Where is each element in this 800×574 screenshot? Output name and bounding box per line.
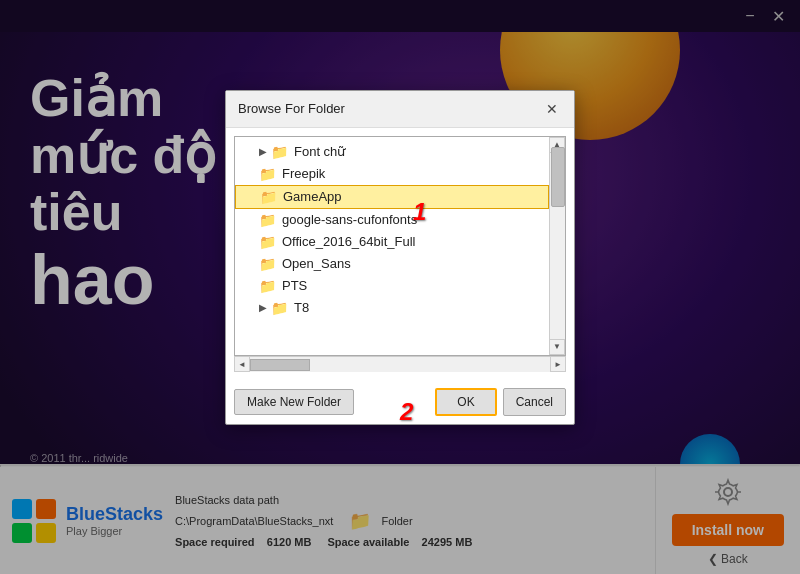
tree-item-label-office: Office_2016_64bit_Full <box>282 234 415 249</box>
tree-item-label-gameapp: GameApp <box>283 189 342 204</box>
tree-item-google-sans[interactable]: 📁 google-sans-cufonfonts <box>235 209 549 231</box>
make-new-folder-button[interactable]: Make New Folder <box>234 389 354 415</box>
tree-item-font-chu[interactable]: ▶ 📁 Font chữ <box>235 141 549 163</box>
scrollbar-down-button[interactable]: ▼ <box>549 339 565 355</box>
dialog-action-buttons: OK Cancel <box>435 388 566 416</box>
tree-item-pts[interactable]: 📁 PTS <box>235 275 549 297</box>
cancel-button[interactable]: Cancel <box>503 388 566 416</box>
hscroll-thumb[interactable] <box>250 359 310 371</box>
hscroll-right-button[interactable]: ► <box>550 356 566 372</box>
tree-item-office[interactable]: 📁 Office_2016_64bit_Full <box>235 231 549 253</box>
hscroll-track <box>250 357 550 372</box>
tree-item-open-sans[interactable]: 📁 Open_Sans <box>235 253 549 275</box>
folder-icon-font-chu: 📁 <box>271 144 288 160</box>
ok-button[interactable]: OK <box>435 388 496 416</box>
folder-icon-freepik: 📁 <box>259 166 276 182</box>
dialog-title: Browse For Folder <box>238 101 345 116</box>
folder-icon-google-sans: 📁 <box>259 212 276 228</box>
tree-item-label-freepik: Freepik <box>282 166 325 181</box>
tree-item-label-google-sans: google-sans-cufonfonts <box>282 212 417 227</box>
tree-item-label-open-sans: Open_Sans <box>282 256 351 271</box>
vertical-scrollbar[interactable]: ▲ ▼ <box>549 137 565 355</box>
tree-item-gameapp[interactable]: 📁 GameApp <box>235 185 549 209</box>
hscroll-left-button[interactable]: ◄ <box>234 356 250 372</box>
tree-item-label-font-chu: Font chữ <box>294 144 345 159</box>
expand-arrow-t8: ▶ <box>259 302 267 313</box>
horizontal-scrollbar[interactable]: ◄ ► <box>234 356 566 372</box>
tree-items-list: ▶ 📁 Font chữ 📁 Freepik 📁 GameApp <box>235 137 565 323</box>
dialog-close-button[interactable]: ✕ <box>542 99 562 119</box>
folder-icon-t8: 📁 <box>271 300 288 316</box>
scrollbar-thumb[interactable] <box>551 147 565 207</box>
tree-item-label-t8: T8 <box>294 300 309 315</box>
dialog-title-bar: Browse For Folder ✕ <box>226 91 574 128</box>
dialog-body: ▶ 📁 Font chữ 📁 Freepik 📁 GameApp <box>226 128 574 380</box>
dialog-overlay: Browse For Folder ✕ ▶ 📁 Font chữ 📁 Fre <box>0 0 800 574</box>
browse-folder-dialog: Browse For Folder ✕ ▶ 📁 Font chữ 📁 Fre <box>225 90 575 425</box>
tree-item-freepik[interactable]: 📁 Freepik <box>235 163 549 185</box>
folder-icon-open-sans: 📁 <box>259 256 276 272</box>
tree-item-t8[interactable]: ▶ 📁 T8 <box>235 297 549 319</box>
dialog-footer: Make New Folder OK Cancel <box>226 380 574 424</box>
expand-arrow-font-chu: ▶ <box>259 146 267 157</box>
folder-icon-office: 📁 <box>259 234 276 250</box>
tree-item-label-pts: PTS <box>282 278 307 293</box>
folder-icon-gameapp: 📁 <box>260 189 277 205</box>
folder-tree[interactable]: ▶ 📁 Font chữ 📁 Freepik 📁 GameApp <box>234 136 566 356</box>
folder-icon-pts: 📁 <box>259 278 276 294</box>
